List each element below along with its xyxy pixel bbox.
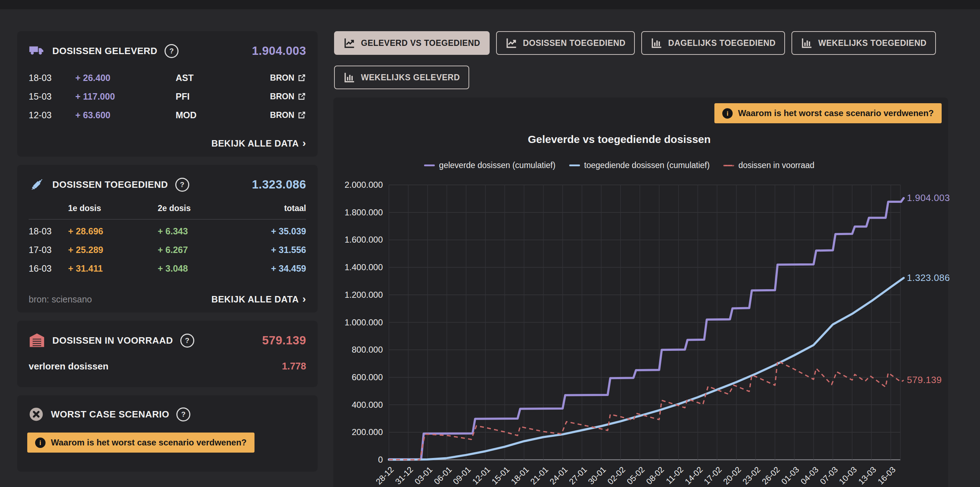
line-chart-icon [344,37,356,49]
row-vendor: PFI [176,91,249,102]
card-doses-in-stock: DOSISSEN IN VOORRAAD 579.139 verloren do… [17,321,318,387]
truck-icon [29,43,45,59]
external-link-icon [298,111,306,119]
row-date: 18-03 [29,73,75,83]
external-link-icon [298,92,306,101]
chart-tabs-row-1: GELEVERD VS TOEGEDIEND DOSISSEN TOEGEDIE… [334,31,936,55]
bar-chart-icon [344,71,356,83]
y-axis-label: 1.200.000 [333,290,383,300]
card-delivered-header: DOSISSEN GELEVERD 1.904.003 [17,31,318,59]
y-axis-label: 0 [333,455,383,465]
source-link[interactable]: BRON [270,92,306,102]
y-axis-label: 800.000 [333,345,383,355]
tab-label: WEKELIJKS TOEGEDIEND [818,38,927,48]
card-stock-title: DOSISSEN IN VOORRAAD [52,335,173,346]
card-doses-administered: DOSISSEN TOEGEDIEND 1.323.086 1e dosis 2… [17,165,318,312]
series-end-label-delivered: 1.904.003 [907,193,950,204]
chart-panel: Waarom is het worst case scenario verdwe… [333,97,948,487]
row-date: 16-03 [29,263,68,274]
table-row: 12-03 + 63.600 MOD BRON [17,106,318,124]
data-source-note: bron: sciensano [29,294,92,305]
lost-doses-label: verloren dosissen [29,361,108,372]
total-value: + 34.459 [271,263,306,274]
view-all-label: BEKIJK ALLE DATA [212,294,299,305]
administered-rows: 18-03 + 28.696 + 6.343 + 35.039 17-03 + … [17,222,318,278]
syringe-icon [29,176,45,193]
row-date: 15-03 [29,91,75,102]
row-date: 18-03 [29,226,68,237]
col-header-first-dose: 1e dosis [68,204,158,213]
window-top-strip [0,0,980,9]
lost-doses-value: 1.778 [282,361,306,372]
card-administered-title: DOSISSEN TOEGEDIEND [52,179,168,190]
tab-dagelijks-toegediend[interactable]: DAGELIJKS TOEGEDIEND [641,31,785,55]
source-link[interactable]: BRON [270,73,306,83]
table-row: 16-03 + 31.411 + 3.048 + 34.459 [17,259,318,278]
tab-label: DAGELIJKS TOEGEDIEND [668,38,776,48]
y-axis-label: 400.000 [333,400,383,410]
y-axis-label: 2.000.000 [333,180,383,190]
warehouse-icon [29,332,45,349]
source-link-label: BRON [270,110,294,120]
tab-wekelijks-toegediend[interactable]: WEKELIJKS TOEGEDIEND [791,31,936,55]
card-doses-delivered: DOSISSEN GELEVERD 1.904.003 18-03 + 26.4… [17,31,318,157]
view-all-data-link[interactable]: BEKIJK ALLE DATA [212,294,306,305]
worst-case-info-button[interactable]: Waarom is het worst case scenario verdwe… [27,433,255,453]
series-end-label-stock: 579.139 [907,374,942,385]
y-axis-label: 600.000 [333,372,383,382]
x-circle-icon [29,407,44,422]
first-dose-value: + 25.289 [68,245,158,255]
table-row: 18-03 + 26.400 AST BRON [17,68,318,87]
row-amount: + 117.000 [75,91,176,102]
tab-dosissen-toegediend[interactable]: DOSISSEN TOEGEDIEND [496,31,635,55]
second-dose-value: + 6.343 [158,226,247,237]
tab-label: WEKELIJKS GELEVERD [361,73,460,83]
y-axis-label: 1.600.000 [333,235,383,245]
tab-label: GELEVERD VS TOEGEDIEND [361,38,480,48]
second-dose-value: + 3.048 [158,263,247,274]
external-link-icon [298,73,306,82]
source-link-label: BRON [270,92,294,102]
tab-geleverd-vs-toegediend[interactable]: GELEVERD VS TOEGEDIEND [334,31,490,55]
view-all-label: BEKIJK ALLE DATA [212,138,299,149]
info-icon [35,438,46,448]
first-dose-value: + 31.411 [68,263,158,274]
divider [29,219,306,220]
total-value: + 35.039 [271,226,306,237]
y-axis-label: 1.800.000 [333,207,383,218]
delivered-total: 1.904.003 [252,44,306,58]
help-icon[interactable] [177,407,190,422]
tab-wekelijks-geleverd[interactable]: WEKELIJKS GELEVERD [334,65,469,89]
source-link[interactable]: BRON [270,110,306,120]
bar-chart-icon [801,37,813,49]
row-amount: + 26.400 [75,73,176,83]
card-delivered-title: DOSISSEN GELEVERD [52,46,158,57]
row-vendor: AST [176,73,249,83]
y-axis-label: 1.400.000 [333,262,383,272]
worst-case-info-label: Waarom is het worst case scenario verdwe… [51,438,247,447]
help-icon[interactable] [175,178,189,192]
second-dose-value: + 6.267 [158,245,247,255]
table-row: 15-03 + 117.000 PFI BRON [17,87,318,106]
lost-doses-row: verloren dosissen 1.778 [17,361,318,372]
row-amount: + 63.600 [75,110,176,120]
col-header-total: totaal [284,204,306,213]
line-chart-plot[interactable] [333,97,948,487]
line-chart-icon [506,37,518,49]
help-icon[interactable] [164,44,178,58]
row-vendor: MOD [176,110,249,120]
table-row: 17-03 + 25.289 + 6.267 + 31.556 [17,240,318,259]
table-row: 18-03 + 28.696 + 6.343 + 35.039 [17,222,318,240]
card-worst-case-scenario: WORST CASE SCENARIO Waarom is het worst … [17,395,318,471]
card-worst-title: WORST CASE SCENARIO [51,409,169,420]
help-icon[interactable] [180,334,194,348]
tab-label: DOSISSEN TOEGEDIEND [523,38,625,48]
card-stock-header: DOSISSEN IN VOORRAAD 579.139 [17,321,318,349]
bar-chart-icon [651,37,663,49]
card-administered-header: DOSISSEN TOEGEDIEND 1.323.086 [17,165,318,193]
chart-tabs-row-2: WEKELIJKS GELEVERD [334,65,469,89]
view-all-data-link[interactable]: BEKIJK ALLE DATA [212,138,306,149]
total-value: + 31.556 [271,245,306,255]
administered-column-headers: 1e dosis 2e dosis totaal [17,204,318,213]
y-axis-label: 200.000 [333,427,383,437]
